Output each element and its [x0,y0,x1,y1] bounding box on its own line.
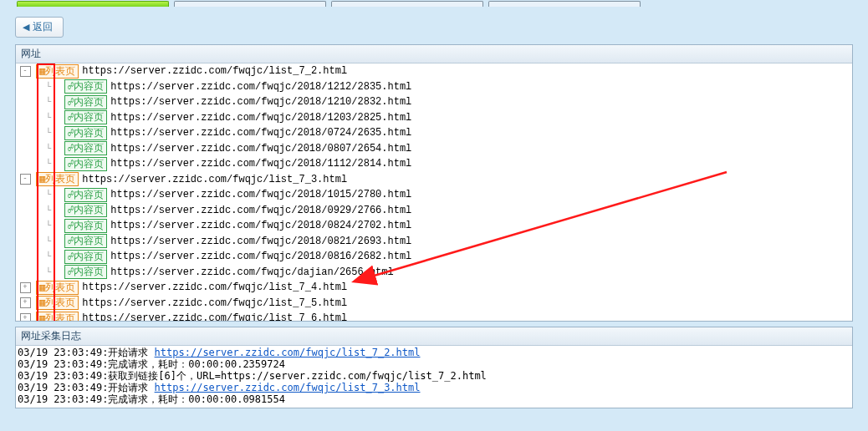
log-line: 03/19 23:03:49:开始请求 https://server.zzidc… [18,382,850,393]
tree-row[interactable]: └☍内容页https://server.zzidc.com/fwqjc/2018… [16,156,852,172]
list-page-badge: ▦列表页 [36,172,79,186]
tree-branch-icon: └ [16,144,53,154]
tree-row[interactable]: +▦列表页https://server.zzidc.com/fwqjc/list… [16,280,852,296]
tab-2[interactable] [174,1,326,7]
tree-row[interactable]: └☍内容页https://server.zzidc.com/fwqjc/2018… [16,79,852,95]
tree-branch-icon: └ [16,128,53,138]
tree-branch-icon: └ [16,267,53,277]
tree-branch-icon: └ [16,205,53,216]
content-page-badge: ☍内容页 [64,95,107,109]
tree-row[interactable]: └☍内容页https://server.zzidc.com/fwqjc/2018… [16,110,852,126]
tree-url: https://server.zzidc.com/fwqjc/list_7_6.… [82,312,347,321]
tree-row[interactable]: -▦列表页https://server.zzidc.com/fwqjc/list… [16,172,852,188]
tree-row[interactable]: └☍内容页https://server.zzidc.com/fwqjc/2018… [16,125,852,141]
expand-icon[interactable]: + [20,313,31,321]
expand-icon[interactable]: + [20,297,31,308]
tree-url: https://server.zzidc.com/fwqjc/list_7_2.… [82,65,347,77]
log-header: 网址采集日志 [16,327,852,346]
tree-url: https://server.zzidc.com/fwqjc/2018/1112… [110,158,411,170]
tab-strip [0,0,868,10]
tree-branch-icon: └ [16,221,53,231]
tree-url: https://server.zzidc.com/fwqjc/2018/1210… [110,96,411,108]
tree-row[interactable]: └☍内容页https://server.zzidc.com/fwqjc/daji… [16,265,852,281]
tree-row[interactable]: └☍内容页https://server.zzidc.com/fwqjc/2018… [16,94,852,110]
tree-header: 网址 [16,45,852,63]
tree-row[interactable]: └☍内容页https://server.zzidc.com/fwqjc/2018… [16,234,852,250]
list-page-badge: ▦列表页 [36,64,79,79]
content-page-badge: ☍内容页 [64,157,107,171]
tree-url: https://server.zzidc.com/fwqjc/list_7_3.… [82,174,347,185]
tree-url: https://server.zzidc.com/fwqjc/2018/0724… [110,127,411,139]
content-page-badge: ☍内容页 [64,126,107,140]
tree-url: https://server.zzidc.com/fwqjc/dajian/26… [110,266,393,278]
collapse-icon[interactable]: - [20,174,31,185]
back-button-label: 返回 [33,20,53,34]
content-page-badge: ☍内容页 [64,79,107,94]
content-page-badge: ☍内容页 [64,141,107,155]
tab-active[interactable] [17,1,169,7]
log-link[interactable]: https://server.zzidc.com/fwqjc/list_7_3.… [155,382,421,393]
tree-branch-icon: └ [16,113,53,123]
list-page-badge: ▦列表页 [36,296,79,310]
list-page-badge: ▦列表页 [36,312,79,321]
collapse-icon[interactable]: - [20,66,31,77]
tree-row[interactable]: +▦列表页https://server.zzidc.com/fwqjc/list… [16,311,852,321]
tree-url: https://server.zzidc.com/fwqjc/2018/0929… [110,205,411,216]
content-page-badge: ☍内容页 [64,265,107,279]
tree-row[interactable]: └☍内容页https://server.zzidc.com/fwqjc/2018… [16,218,852,234]
tree-url: https://server.zzidc.com/fwqjc/list_7_5.… [82,297,347,309]
content-page-badge: ☍内容页 [64,203,107,217]
tab-3[interactable] [331,1,483,7]
tree-branch-icon: └ [16,159,53,169]
tree-url: https://server.zzidc.com/fwqjc/2018/0807… [110,143,411,155]
expand-icon[interactable]: + [20,282,31,293]
tree-row[interactable]: └☍内容页https://server.zzidc.com/fwqjc/2018… [16,203,852,219]
log-link[interactable]: https://server.zzidc.com/fwqjc/list_7_2.… [155,347,421,358]
tab-4[interactable] [488,1,641,7]
tree-url: https://server.zzidc.com/fwqjc/2018/1203… [110,112,411,124]
tree-url: https://server.zzidc.com/fwqjc/2018/0824… [110,220,411,231]
back-arrow-icon: ◀ [23,22,29,33]
log-line: 03/19 23:03:49:获取到链接[6]个，URL=https://ser… [18,370,850,382]
tree-row[interactable]: └☍内容页https://server.zzidc.com/fwqjc/2018… [16,141,852,157]
log-line: 03/19 23:03:49:完成请求，耗时：00:00:00.2359724 [18,358,850,370]
content-page-badge: ☍内容页 [64,234,107,248]
content-page-badge: ☍内容页 [64,188,107,202]
tree-url: https://server.zzidc.com/fwqjc/list_7_4.… [82,281,347,293]
content-page-badge: ☍内容页 [64,219,107,233]
tree-branch-icon: └ [16,82,53,92]
tree-branch-icon: └ [16,97,53,107]
url-tree[interactable]: -▦列表页https://server.zzidc.com/fwqjc/list… [16,63,852,321]
tree-row[interactable]: └☍内容页https://server.zzidc.com/fwqjc/2018… [16,187,852,203]
log-line: 03/19 23:03:49:完成请求，耗时：00:00:00.0981554 [18,393,850,405]
tree-row[interactable]: -▦列表页https://server.zzidc.com/fwqjc/list… [16,63,852,79]
tree-row[interactable]: └☍内容页https://server.zzidc.com/fwqjc/2018… [16,249,852,265]
content-page-badge: ☍内容页 [64,250,107,264]
list-page-badge: ▦列表页 [36,281,79,295]
tree-url: https://server.zzidc.com/fwqjc/2018/1212… [110,81,411,93]
tree-url: https://server.zzidc.com/fwqjc/2018/0816… [110,251,411,262]
back-button[interactable]: ◀ 返回 [15,17,64,38]
tree-row[interactable]: +▦列表页https://server.zzidc.com/fwqjc/list… [16,296,852,312]
log-line: 03/19 23:03:49:开始请求 https://server.zzidc… [18,347,850,358]
tree-url: https://server.zzidc.com/fwqjc/2018/1015… [110,189,411,200]
log-body[interactable]: 03/19 23:03:49:开始请求 https://server.zzidc… [16,346,852,408]
tree-branch-icon: └ [16,190,53,200]
content-page-badge: ☍内容页 [64,110,107,124]
tree-branch-icon: └ [16,251,53,261]
tree-url: https://server.zzidc.com/fwqjc/2018/0821… [110,236,411,247]
tree-branch-icon: └ [16,236,53,246]
